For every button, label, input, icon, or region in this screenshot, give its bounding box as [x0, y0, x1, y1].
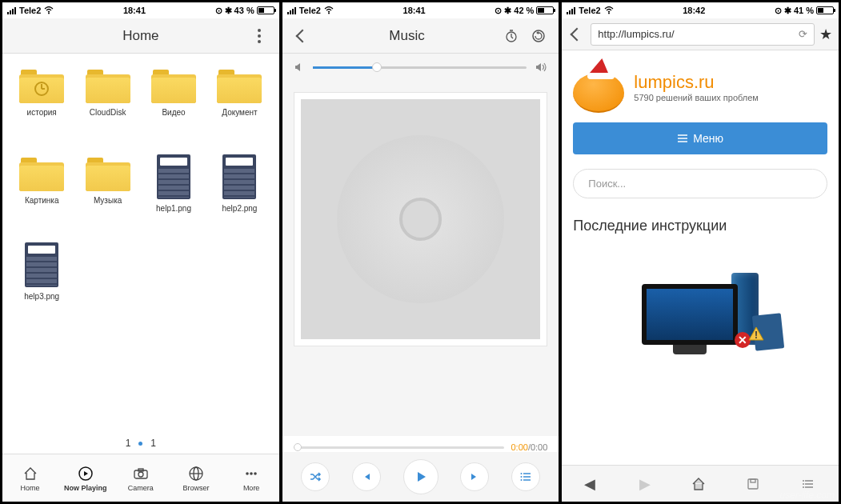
signal-icon — [567, 7, 575, 14]
folder-document[interactable]: Документ — [206, 63, 272, 151]
time-current: 0:00 — [511, 442, 527, 452]
disc-center — [399, 198, 443, 241]
folder-label: CloudDisk — [90, 108, 126, 117]
menu-button[interactable]: Меню — [573, 122, 827, 154]
clock: 18:41 — [54, 6, 214, 15]
status-bar: Tele2 18:41 ⊙ ✱ 43 % — [2, 2, 279, 18]
time-total: /0:00 — [528, 442, 547, 452]
camera-icon — [132, 465, 150, 482]
next-button[interactable] — [460, 462, 489, 491]
tab-more[interactable]: More — [224, 454, 279, 502]
hamburger-icon — [677, 134, 688, 143]
bluetooth-icon: ✱ — [504, 6, 511, 16]
repeat-button[interactable] — [528, 26, 549, 46]
folder-label: история — [27, 108, 57, 117]
tab-home[interactable]: Home — [2, 454, 58, 502]
tab-label: Camera — [128, 484, 154, 492]
folder-icon — [19, 70, 64, 103]
svg-point-9 — [254, 472, 257, 475]
menu-button[interactable] — [249, 26, 270, 46]
tab-browser[interactable]: Browser — [168, 454, 223, 502]
shuffle-button[interactable] — [301, 462, 330, 491]
file-label: help1.png — [156, 204, 191, 213]
folder-label: Картинка — [25, 196, 59, 205]
nav-back-button[interactable]: ◀ — [581, 475, 599, 493]
nav-home-button[interactable] — [691, 477, 709, 491]
nav-bar: Music — [282, 18, 559, 54]
webpage[interactable]: lumpics.ru 5790 решений ваших проблем Ме… — [562, 50, 839, 465]
screen-music: Tele2 18:41 ⊙ ✱ 42 % Music 0:00/0:0 — [282, 2, 560, 502]
bookmark-button[interactable]: ★ — [819, 26, 832, 43]
screen-files: Tele2 18:41 ⊙ ✱ 43 % Home история CloudD… — [2, 2, 280, 502]
repeat-icon — [531, 29, 546, 43]
volume-slider[interactable] — [313, 66, 527, 69]
folder-video[interactable]: Видео — [141, 63, 206, 151]
folder-history[interactable]: история — [9, 63, 74, 151]
site-tagline: 5790 решений ваших проблем — [634, 93, 759, 102]
tab-camera[interactable]: Camera — [113, 454, 168, 502]
pager-dot — [138, 442, 142, 446]
folder-icon — [19, 158, 64, 191]
folder-label: Видео — [162, 108, 185, 117]
bluetooth-icon: ✱ — [225, 6, 232, 16]
svg-rect-19 — [751, 479, 755, 482]
menu-label: Меню — [693, 132, 723, 145]
folder-label: Документ — [222, 108, 257, 117]
play-button[interactable] — [403, 459, 439, 494]
play-icon — [413, 469, 429, 485]
tab-now-playing[interactable]: Now Playing — [58, 454, 113, 502]
carrier-label: Tele2 — [579, 6, 600, 15]
menu-button[interactable] — [802, 478, 819, 490]
url-text: http://lumpics.ru/ — [598, 28, 794, 40]
monitor-icon — [642, 284, 738, 345]
play-circle-icon — [77, 465, 94, 482]
folder-music[interactable]: Музыка — [74, 151, 140, 239]
pager-current: 1 — [126, 438, 131, 449]
pager-total: 1 — [150, 438, 156, 449]
file-label: help3.png — [24, 292, 59, 301]
progress-slider[interactable] — [294, 446, 505, 449]
signal-icon — [287, 7, 296, 14]
svg-point-0 — [48, 13, 50, 14]
volume-bar — [282, 54, 559, 81]
article-image: ✕ ! — [573, 249, 827, 345]
album-art — [301, 99, 541, 339]
folder-icon — [217, 70, 262, 103]
svg-point-20 — [803, 480, 804, 482]
back-button[interactable] — [292, 26, 313, 46]
nav-bar: Home — [2, 18, 279, 54]
battery-icon — [816, 6, 834, 14]
refresh-icon[interactable]: ⟳ — [799, 28, 807, 40]
back-button[interactable] — [568, 26, 586, 43]
svg-point-22 — [803, 486, 804, 488]
volume-low-icon — [294, 62, 305, 73]
clock: 18:42 — [614, 6, 775, 15]
folder-icon — [86, 70, 130, 103]
file-help2[interactable]: help2.png — [206, 151, 272, 239]
prev-button[interactable] — [352, 462, 381, 491]
image-thumbnail — [25, 242, 58, 287]
folder-picture[interactable]: Картинка — [9, 151, 74, 239]
playlist-button[interactable] — [511, 462, 540, 491]
save-button[interactable] — [747, 478, 764, 490]
folder-clouddisk[interactable]: CloudDisk — [74, 63, 140, 151]
nav-title: Home — [39, 28, 242, 44]
folder-icon — [86, 158, 130, 191]
tab-bar: Home Now Playing Camera Browser More — [2, 454, 279, 502]
battery-icon — [257, 6, 274, 14]
file-help1[interactable]: help1.png — [141, 151, 206, 239]
wifi-icon — [604, 6, 614, 14]
file-help3[interactable]: help3.png — [9, 239, 74, 327]
url-input[interactable]: http://lumpics.ru/ ⟳ — [591, 23, 815, 46]
chevron-left-icon — [295, 29, 309, 42]
history-icon — [34, 82, 49, 96]
image-thumbnail — [222, 154, 256, 199]
nav-forward-button[interactable]: ▶ — [636, 475, 654, 493]
search-input[interactable]: Поиск... — [573, 169, 827, 198]
svg-point-21 — [803, 483, 804, 485]
folder-icon — [151, 70, 196, 103]
timer-button[interactable] — [501, 26, 522, 46]
svg-point-13 — [520, 473, 522, 474]
prev-icon — [360, 470, 373, 483]
signal-icon — [7, 7, 16, 14]
